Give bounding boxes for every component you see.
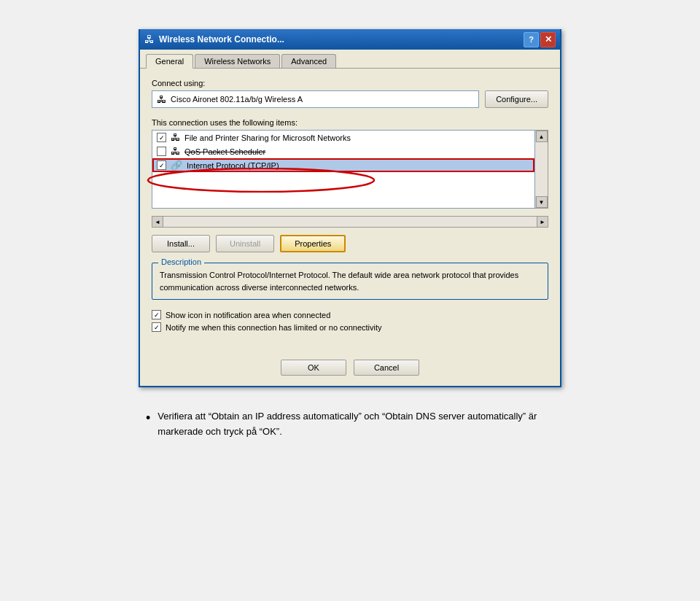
h-scroll-track [163, 216, 537, 228]
items-list[interactable]: 🖧 File and Printer Sharing for Microsoft… [152, 130, 535, 209]
bottom-checks: Show icon in notification area when conn… [152, 310, 548, 332]
adapter-row: 🖧 Cisco Aironet 802.11a/b/g Wireless A C… [152, 90, 548, 108]
cancel-button[interactable]: Cancel [354, 360, 419, 376]
configure-button[interactable]: Configure... [485, 90, 548, 108]
scroll-down-button[interactable]: ▼ [536, 196, 548, 208]
below-content: • Verifiera att “Obtain an IP address au… [139, 409, 561, 440]
list-wrapper: 🖧 File and Printer Sharing for Microsoft… [152, 130, 535, 209]
list-item-tcpip[interactable]: 🔗 Internet Protocol (TCP/IP) [152, 158, 534, 172]
list-item[interactable]: 🖧 QoS Packet Scheduler [152, 144, 534, 158]
window-title: Wireless Network Connectio... [159, 34, 519, 44]
checkbox-show-icon[interactable] [152, 310, 161, 319]
h-scroll-left-button[interactable]: ◄ [152, 216, 163, 228]
adapter-box: 🖧 Cisco Aironet 802.11a/b/g Wireless A [152, 90, 479, 108]
action-buttons: Install... Uninstall Properties [152, 235, 548, 252]
titlebar: 🖧 Wireless Network Connectio... ? ✕ [140, 29, 560, 50]
items-label: This connection uses the following items… [152, 118, 548, 127]
connect-using-label: Connect using: [152, 79, 548, 88]
tab-wireless-networks[interactable]: Wireless Networks [195, 54, 280, 68]
description-legend: Description [158, 257, 204, 266]
dialog-buttons: OK Cancel [140, 352, 560, 386]
properties-button[interactable]: Properties [280, 235, 346, 252]
titlebar-buttons: ? ✕ [524, 32, 556, 47]
tab-content: Connect using: 🖧 Cisco Aironet 802.11a/b… [140, 69, 560, 352]
tcpip-icon: 🔗 [171, 160, 182, 171]
scrollbar[interactable]: ▲ ▼ [535, 130, 548, 209]
bullet-dot: • [146, 411, 150, 427]
help-button[interactable]: ? [524, 32, 539, 47]
checkbox-qos[interactable] [157, 147, 166, 156]
file-sharing-icon: 🖧 [171, 132, 180, 143]
list-item[interactable]: 🖧 File and Printer Sharing for Microsoft… [152, 131, 534, 144]
check-row-notify-limited: Notify me when this connection has limit… [152, 322, 548, 332]
show-icon-label: Show icon in notification area when conn… [166, 311, 330, 319]
scroll-track [535, 142, 548, 196]
h-scroll-row: ◄ ► [152, 216, 548, 228]
bullet-text: Verifiera att “Obtain an IP address auto… [158, 409, 554, 440]
install-button[interactable]: Install... [152, 235, 210, 252]
bullet-item: • Verifiera att “Obtain an IP address au… [146, 409, 554, 440]
checkbox-file-sharing[interactable] [157, 133, 166, 142]
ok-button[interactable]: OK [281, 360, 346, 376]
adapter-name: Cisco Aironet 802.11a/b/g Wireless A [171, 95, 303, 104]
checkbox-tcpip[interactable] [157, 160, 166, 170]
tab-bar: General Wireless Networks Advanced [140, 50, 560, 69]
tab-general[interactable]: General [146, 54, 193, 69]
check-row-show-icon: Show icon in notification area when conn… [152, 310, 548, 319]
file-sharing-label: File and Printer Sharing for Microsoft N… [184, 133, 351, 142]
checkbox-notify-limited[interactable] [152, 322, 161, 332]
window-icon: 🖧 [144, 34, 155, 45]
description-text: Transmission Control Protocol/Internet P… [160, 268, 540, 293]
notify-limited-label: Notify me when this connection has limit… [166, 323, 382, 332]
tab-advanced[interactable]: Advanced [281, 54, 336, 68]
h-scroll-right-button[interactable]: ► [537, 216, 548, 228]
adapter-icon: 🖧 [157, 94, 166, 105]
close-button[interactable]: ✕ [540, 32, 556, 47]
qos-icon: 🖧 [171, 146, 180, 157]
items-list-container: 🖧 File and Printer Sharing for Microsoft… [152, 130, 548, 209]
uninstall-button[interactable]: Uninstall [216, 235, 274, 252]
scroll-up-button[interactable]: ▲ [536, 131, 548, 142]
description-group: Description Transmission Control Protoco… [152, 263, 548, 300]
qos-label: QoS Packet Scheduler [184, 147, 265, 156]
tcpip-label: Internet Protocol (TCP/IP) [187, 161, 279, 170]
dialog-window: 🖧 Wireless Network Connectio... ? ✕ Gene… [139, 29, 561, 387]
